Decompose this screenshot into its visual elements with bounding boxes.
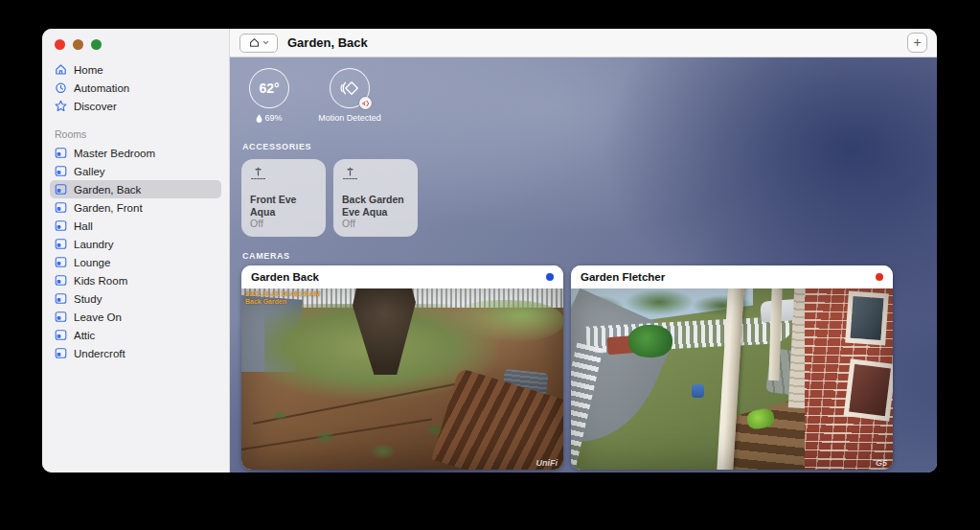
room-label: Laundry [74, 239, 114, 250]
room-icon [55, 329, 67, 341]
sprinkler-icon [250, 167, 266, 181]
room-label: Undercroft [74, 348, 125, 359]
camera-status-dot [876, 273, 883, 281]
sidebar-item-automation[interactable]: Automation [50, 79, 221, 97]
automation-icon [55, 81, 67, 94]
chevron-down-icon [262, 39, 269, 46]
camera-card-header: Garden Fletcher [571, 265, 893, 288]
sidebar-item-home[interactable]: Home [50, 60, 221, 79]
sidebar-item-label: Home [74, 64, 103, 76]
accessory-name: Front Eve Aqua [250, 194, 317, 218]
camera-scenery [241, 288, 563, 470]
room-icon [55, 165, 67, 177]
room-label: Kids Room [74, 275, 127, 287]
room-icon [55, 201, 67, 214]
sidebar-nav: Home Automation Discover [42, 60, 229, 115]
room-label: Leave On [74, 311, 122, 323]
room-label: Garden, Front [74, 202, 143, 214]
sidebar-item-garden-front[interactable]: Garden, Front [50, 198, 221, 217]
humidity-value: 69% [264, 113, 282, 123]
home-icon [55, 63, 67, 76]
motion-status[interactable]: Motion Detected [318, 68, 381, 123]
motion-sensor-icon [339, 79, 360, 98]
camera-name: Garden Fletcher [581, 271, 665, 283]
camera-watermark: G5 [876, 458, 887, 468]
room-icon [55, 256, 67, 268]
droplet-icon [256, 114, 262, 123]
accessory-tile-front-eve-aqua[interactable]: Front Eve Aqua Off [241, 159, 326, 237]
camera-timestamp: 2021-11-21 10:46:15 AM [245, 290, 320, 298]
motion-alert-icon [362, 100, 370, 107]
room-wallpaper: 62° 69% [230, 58, 937, 472]
toolbar: Garden, Back + [230, 29, 937, 58]
sidebar-item-galley[interactable]: Galley [50, 162, 221, 180]
sidebar-item-garden-back[interactable]: Garden, Back [50, 180, 221, 198]
rooms-section-header: Rooms [55, 128, 229, 140]
page-title: Garden, Back [287, 35, 368, 50]
desktop-background: Home Automation Discover Rooms [0, 0, 980, 530]
camera-location-label: Back Garden [245, 298, 320, 306]
sidebar-item-leave-on[interactable]: Leave On [50, 308, 221, 326]
add-accessory-button[interactable]: + [907, 33, 927, 53]
camera-watermark: UniFi [536, 458, 558, 468]
room-icon [55, 311, 67, 323]
camera-card-header: Garden Back [241, 265, 563, 288]
camera-feed-garden-back[interactable]: 2021-11-21 10:46:15 AM Back Garden UniFi [241, 288, 563, 470]
zoom-button[interactable] [91, 39, 102, 50]
motion-label: Motion Detected [318, 113, 381, 123]
humidity-label: 69% [256, 113, 282, 123]
motion-alert-badge [359, 97, 372, 109]
home-app-window: Home Automation Discover Rooms [42, 29, 937, 472]
room-icon [55, 183, 67, 196]
sidebar-item-master-bedroom[interactable]: Master Bedroom [50, 144, 221, 162]
window-controls [55, 39, 102, 50]
room-label: Garden, Back [74, 184, 141, 196]
sidebar-item-laundry[interactable]: Laundry [50, 235, 221, 253]
sprinkler-icon [342, 167, 358, 181]
home-switcher-button[interactable] [239, 34, 278, 53]
motion-circle [330, 68, 370, 108]
discover-star-icon [55, 100, 67, 112]
room-label: Hall [74, 220, 93, 232]
camera-cards: Garden Back [241, 265, 893, 470]
room-label: Attic [74, 330, 95, 341]
camera-card-garden-fletcher[interactable]: Garden Fletcher [571, 265, 893, 470]
room-icon [55, 147, 67, 159]
accessory-tile-back-garden-eve-aqua[interactable]: Back Garden Eve Aqua Off [333, 159, 418, 237]
room-icon [55, 219, 67, 232]
camera-status-dot [546, 273, 554, 281]
temperature-circle: 62° [249, 68, 289, 108]
accessory-state: Off [342, 218, 409, 230]
sidebar-item-hall[interactable]: Hall [50, 217, 221, 235]
room-label: Lounge [74, 257, 110, 268]
room-label: Master Bedroom [74, 148, 155, 159]
sidebar-item-attic[interactable]: Attic [50, 326, 221, 344]
sidebar: Home Automation Discover Rooms [42, 29, 230, 472]
close-button[interactable] [55, 39, 65, 50]
temperature-status[interactable]: 62° 69% [238, 68, 301, 123]
room-label: Galley [74, 166, 105, 177]
sidebar-item-study[interactable]: Study [50, 289, 221, 308]
rooms-list: Master Bedroom Galley Garden, Back Garde… [42, 144, 229, 362]
camera-feed-garden-fletcher[interactable]: G5 [571, 288, 893, 470]
camera-card-garden-back[interactable]: Garden Back [241, 265, 563, 470]
room-icon [55, 347, 67, 359]
room-label: Study [74, 293, 102, 305]
sidebar-item-discover[interactable]: Discover [50, 97, 221, 115]
sidebar-item-label: Discover [74, 101, 117, 112]
sidebar-item-label: Automation [74, 82, 129, 94]
house-icon [249, 37, 260, 48]
minimize-button[interactable] [73, 39, 83, 50]
temperature-value: 62° [259, 81, 279, 96]
camera-timestamp-overlay: 2021-11-21 10:46:15 AM Back Garden [245, 290, 320, 306]
accessories-header: ACCESSORIES [242, 142, 311, 151]
sidebar-item-undercroft[interactable]: Undercroft [50, 344, 221, 362]
room-status: 62° 69% [238, 68, 381, 123]
accessory-state: Off [250, 218, 317, 230]
room-icon [55, 274, 67, 287]
sidebar-item-lounge[interactable]: Lounge [50, 253, 221, 271]
room-icon [55, 292, 67, 305]
sidebar-item-kids-room[interactable]: Kids Room [50, 271, 221, 289]
cameras-header: CAMERAS [242, 251, 290, 261]
accessory-tiles: Front Eve Aqua Off Back Garden Eve Aqua … [241, 159, 418, 237]
